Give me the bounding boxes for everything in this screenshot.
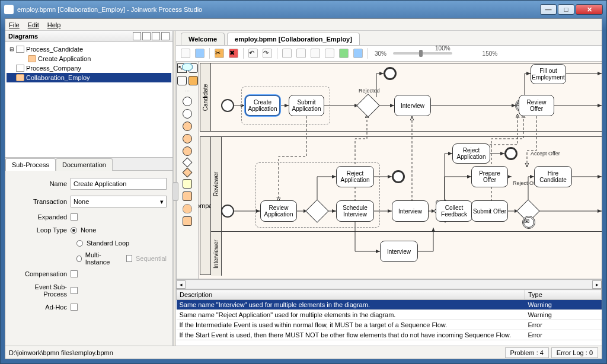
menu-file[interactable]: File xyxy=(9,21,20,28)
tree-icon[interactable] xyxy=(142,32,151,40)
close-panel-icon[interactable] xyxy=(161,32,170,40)
transaction-select[interactable]: None▾ xyxy=(71,196,167,207)
problem-row[interactable]: Same name "Interview" used for multiple … xyxy=(177,300,602,310)
problem-row[interactable]: If the Start Event is used, then there M… xyxy=(177,330,602,340)
align2-icon[interactable] xyxy=(296,49,306,58)
xor-gateway-icon[interactable] xyxy=(183,168,193,178)
sequential-checkbox[interactable] xyxy=(126,255,132,262)
loop-none-radio[interactable] xyxy=(71,227,77,234)
boundary-event-icon[interactable] xyxy=(183,134,192,143)
problems-panel: DescriptionType Same name "Interview" us… xyxy=(176,289,602,346)
gateway-icon[interactable] xyxy=(183,158,193,168)
start-event-reviewer[interactable] xyxy=(221,205,234,218)
status-errorlog[interactable]: Error Log : 0 xyxy=(551,347,598,358)
loop-standard-radio[interactable] xyxy=(76,240,83,247)
tree-node-collaboration-employ[interactable]: Collaboration_Employ xyxy=(7,73,171,82)
task-reject-application-2[interactable]: Reject Application xyxy=(336,166,374,187)
diagram-canvas[interactable]: Candidate Company Reviewer Interviewer xyxy=(199,62,602,279)
align-icon[interactable] xyxy=(282,49,292,58)
task-review-application[interactable]: Review Application xyxy=(260,200,297,222)
problem-row[interactable]: If the Intermediate Event is used within… xyxy=(177,320,602,330)
status-problem-count[interactable]: Problem : 4 xyxy=(505,347,549,358)
grid-icon[interactable] xyxy=(325,49,334,58)
task-fill-employment[interactable]: Fill out Employment xyxy=(531,64,566,84)
intermediate-event-2[interactable]: ✉ xyxy=(522,216,535,229)
task-interview-candidate[interactable]: Interview xyxy=(394,95,431,116)
task-create-application[interactable]: Create Application xyxy=(245,95,280,116)
end-event-reject[interactable] xyxy=(392,170,405,183)
task-prepare-offer[interactable]: Prepare Offer xyxy=(471,166,508,187)
end-event-icon[interactable] xyxy=(183,109,192,119)
start-event-icon[interactable] xyxy=(183,97,192,106)
pool-tool-icon[interactable] xyxy=(177,76,187,85)
align3-icon[interactable] xyxy=(311,49,320,58)
tab-documentation[interactable]: Documentation xyxy=(56,158,113,171)
annotation-icon[interactable] xyxy=(183,179,192,189)
editor-tab-welcome[interactable]: Welcome xyxy=(181,33,225,45)
editor-toolbar: ✂ ✖ ↶ ↷ 30% 100% 150% xyxy=(176,45,602,62)
problem-row[interactable]: Same name "Reject Application" used for … xyxy=(177,310,602,320)
task-collect-feedback[interactable]: Collect Feedback xyxy=(436,200,472,222)
task-interview-interviewer[interactable]: Interview xyxy=(380,241,418,262)
menubar[interactable]: File Edit Help xyxy=(5,19,602,31)
vertical-splitter[interactable] xyxy=(173,31,176,346)
task-schedule-interview[interactable]: Schedule Interview xyxy=(336,200,374,222)
maximize-button[interactable]: □ xyxy=(558,4,574,15)
chevron-down-icon: ▾ xyxy=(160,198,164,206)
validate-icon[interactable] xyxy=(339,49,349,58)
menu-edit[interactable]: Edit xyxy=(28,21,39,28)
redo-icon[interactable]: ↷ xyxy=(263,49,272,58)
zoom-slider[interactable] xyxy=(393,52,452,55)
task-submit-offer[interactable]: Submit Offer xyxy=(471,200,508,222)
task-hire-candidate[interactable]: Hire Candidate xyxy=(534,166,572,187)
tree-node-create-application[interactable]: Create Application xyxy=(7,54,171,63)
scroll-left-button[interactable]: ◂ xyxy=(176,280,186,289)
collab-icon xyxy=(16,74,24,81)
task-interview-reviewer[interactable]: Interview xyxy=(392,200,429,222)
data-object-icon[interactable] xyxy=(183,216,192,226)
task-submit-application[interactable]: Submit Application xyxy=(289,95,324,116)
tree-node-process-candidate[interactable]: ⊟Process_Candidate xyxy=(7,44,171,54)
close-button[interactable]: ✕ xyxy=(576,4,603,15)
lane-tool-icon[interactable] xyxy=(189,76,198,85)
message-event-icon[interactable] xyxy=(183,146,192,156)
menu-help[interactable]: Help xyxy=(47,21,61,28)
name-input[interactable] xyxy=(71,178,167,190)
end-event[interactable] xyxy=(384,67,397,80)
horizontal-scrollbar[interactable]: ◂ ▸ xyxy=(176,279,602,289)
tab-subprocess[interactable]: Sub-Process xyxy=(5,158,56,171)
diagrams-title: Diagrams xyxy=(8,33,38,40)
loop-multi-radio[interactable] xyxy=(76,256,82,262)
compensation-checkbox[interactable] xyxy=(71,270,78,277)
palette[interactable]: ↖ ⋯ xyxy=(176,62,199,279)
properties-panel: Name TransactionNone▾ Expanded Loop Type… xyxy=(5,171,172,346)
save-icon[interactable] xyxy=(195,49,205,58)
subprocess-icon xyxy=(28,55,36,62)
new-icon[interactable] xyxy=(181,49,190,58)
data-store-icon[interactable] xyxy=(183,204,192,213)
minimize-button[interactable]: — xyxy=(540,4,557,15)
expanded-checkbox[interactable] xyxy=(71,213,78,221)
end-event-reject2[interactable] xyxy=(504,147,517,160)
cut-icon[interactable]: ✂ xyxy=(215,49,224,58)
diagrams-tree[interactable]: ⊟Process_Candidate Create Application Pr… xyxy=(5,42,172,158)
scroll-right-button[interactable]: ▸ xyxy=(592,280,602,289)
undo-icon[interactable]: ↶ xyxy=(248,49,258,58)
task-reject-application-top[interactable]: Reject Application xyxy=(452,143,490,164)
task-review-offer[interactable]: Review Offer xyxy=(519,95,554,116)
collapse-icon[interactable] xyxy=(133,32,141,40)
titlebar: employ.bpmn [Collaboration_Employ] - Joi… xyxy=(1,1,606,18)
refresh-icon[interactable] xyxy=(152,32,160,40)
adhoc-checkbox[interactable] xyxy=(71,304,78,311)
group-icon[interactable] xyxy=(183,191,192,201)
status-path: D:\joinwork\bpmn files\employ.bpmn xyxy=(9,349,113,356)
tree-node-process-company[interactable]: Process_Company xyxy=(7,63,171,73)
editor-tab-file[interactable]: employ.bpmn [Collaboration_Employ] xyxy=(227,33,360,45)
script-tool-icon[interactable] xyxy=(182,63,193,71)
start-event[interactable] xyxy=(221,99,234,112)
process-icon xyxy=(16,65,24,72)
delete-icon[interactable]: ✖ xyxy=(229,49,238,58)
export-icon[interactable] xyxy=(353,49,363,58)
inter-event-icon[interactable] xyxy=(183,122,192,131)
eventsub-checkbox[interactable] xyxy=(71,287,78,294)
